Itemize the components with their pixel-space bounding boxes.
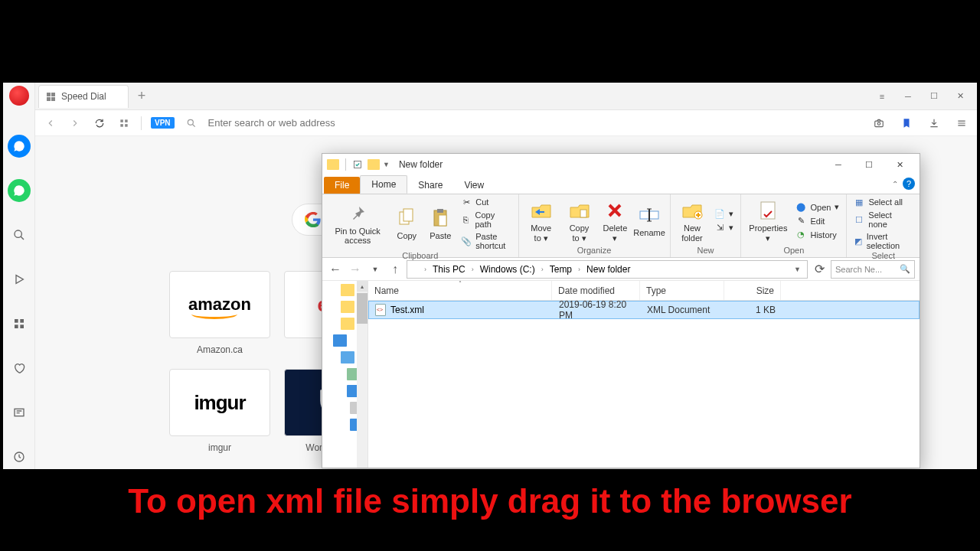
- pin-icon: [346, 202, 369, 225]
- qat-properties-icon[interactable]: [352, 159, 363, 170]
- rename-button[interactable]: Rename: [634, 202, 665, 239]
- invert-icon: ◩: [854, 236, 862, 246]
- tab-home[interactable]: Home: [360, 175, 407, 194]
- breadcrumb-segment[interactable]: This PC: [430, 264, 469, 275]
- easy-access-button[interactable]: ⇲▾: [712, 222, 736, 234]
- svg-rect-16: [403, 209, 413, 221]
- file-row[interactable]: Test.xml 2019-06-19 8:20 PM XML Document…: [368, 301, 920, 319]
- minimize-button[interactable]: ─: [823, 154, 854, 175]
- navigation-pane[interactable]: ▴: [322, 281, 368, 468]
- history-button[interactable]: ◔History: [793, 229, 841, 241]
- opera-logo-icon[interactable]: [9, 86, 29, 106]
- breadcrumb-segment[interactable]: Windows (C:): [477, 264, 538, 275]
- delete-button[interactable]: Delete ▾: [599, 197, 630, 243]
- tab-speed-dial[interactable]: Speed Dial: [38, 85, 129, 108]
- tab-label: Speed Dial: [61, 91, 106, 102]
- opera-menu-icon[interactable]: ≡: [871, 89, 893, 104]
- refresh-button[interactable]: ⟳: [811, 261, 828, 278]
- qat-dropdown-icon[interactable]: ▼: [383, 161, 390, 168]
- collapse-ribbon-icon[interactable]: ⌃: [892, 180, 898, 188]
- search-icon[interactable]: [8, 223, 31, 246]
- nav-item[interactable]: [347, 368, 358, 380]
- svg-rect-20: [580, 210, 586, 217]
- cut-button[interactable]: ✂Cut: [459, 196, 513, 208]
- new-item-button[interactable]: 📄▾: [712, 208, 736, 220]
- scroll-up-icon[interactable]: ▴: [357, 281, 368, 292]
- tile-amazon[interactable]: amazon Amazon.ca: [169, 271, 270, 355]
- tile-imgur[interactable]: imgur imgur: [169, 369, 270, 453]
- move-to-button[interactable]: Move to ▾: [524, 197, 559, 243]
- nav-scrollbar[interactable]: ▴: [357, 281, 368, 468]
- news-icon[interactable]: [8, 401, 31, 424]
- close-button[interactable]: ✕: [884, 154, 915, 175]
- group-label: New: [675, 246, 737, 256]
- new-tab-button[interactable]: +: [138, 88, 146, 104]
- copy-path-button[interactable]: ⎘Copy path: [459, 210, 513, 230]
- minimize-button[interactable]: ─: [897, 89, 919, 104]
- back-button[interactable]: [43, 116, 58, 131]
- nav-forward-button[interactable]: →: [347, 261, 364, 278]
- heart-icon[interactable]: [8, 357, 31, 380]
- nav-back-button[interactable]: ←: [327, 261, 344, 278]
- tiles-icon[interactable]: [116, 116, 132, 131]
- column-type[interactable]: Type: [640, 281, 724, 300]
- paste-button[interactable]: Paste: [425, 205, 456, 242]
- tab-share[interactable]: Share: [407, 177, 453, 194]
- reload-button[interactable]: [92, 116, 107, 131]
- properties-button[interactable]: Properties ▾: [746, 197, 790, 243]
- addressbar-search-icon: [184, 116, 199, 131]
- svg-rect-18: [437, 209, 443, 213]
- bookmark-icon[interactable]: [899, 116, 914, 131]
- explorer-titlebar[interactable]: ▼ New folder ─ ☐ ✕: [322, 154, 920, 175]
- tab-file[interactable]: File: [324, 177, 360, 194]
- open-button[interactable]: ⬤Open ▾: [793, 201, 841, 214]
- copy-button[interactable]: Copy: [391, 205, 422, 242]
- nav-item[interactable]: [347, 385, 358, 397]
- whatsapp-icon[interactable]: [8, 179, 31, 202]
- column-size[interactable]: Size: [724, 281, 781, 300]
- history-icon[interactable]: [8, 445, 31, 468]
- pin-to-quick-access-button[interactable]: Pin to Quick access: [327, 201, 388, 246]
- maximize-button[interactable]: ☐: [854, 154, 884, 175]
- play-icon[interactable]: [8, 268, 31, 291]
- invert-selection-button[interactable]: ◩Invert selection: [851, 231, 915, 251]
- nav-up-button[interactable]: ↑: [387, 261, 403, 278]
- scroll-thumb[interactable]: [357, 293, 368, 324]
- copy-to-button[interactable]: Copy to ▾: [562, 197, 596, 243]
- opera-sidebar: [3, 83, 35, 469]
- nav-drive-item[interactable]: [341, 351, 354, 364]
- breadcrumb-bar[interactable]: › This PC› Windows (C:)› Temp› New folde…: [407, 260, 808, 279]
- select-none-button[interactable]: ☐Select none: [851, 210, 915, 230]
- nav-folder-item[interactable]: [341, 301, 354, 313]
- paste-shortcut-button[interactable]: 📎Paste shortcut: [459, 231, 513, 251]
- help-icon[interactable]: ?: [903, 178, 915, 190]
- column-name[interactable]: Name˄: [368, 281, 552, 300]
- select-all-button[interactable]: ▦Select all: [851, 196, 915, 208]
- breadcrumb-segment[interactable]: New folder: [583, 264, 633, 275]
- nav-recent-dropdown[interactable]: ▼: [367, 261, 384, 278]
- breadcrumb-segment[interactable]: Temp: [547, 264, 575, 275]
- search-box[interactable]: Search Ne... 🔍: [831, 260, 915, 279]
- easy-setup-icon[interactable]: [954, 116, 969, 131]
- new-folder-button[interactable]: New folder: [675, 197, 710, 243]
- messenger-icon[interactable]: [8, 135, 31, 158]
- snapshot-icon[interactable]: [871, 116, 887, 131]
- downloads-icon[interactable]: [926, 116, 942, 131]
- edit-button[interactable]: ✎Edit: [793, 215, 841, 227]
- close-button[interactable]: ✕: [949, 89, 971, 104]
- column-date[interactable]: Date modified: [552, 281, 640, 300]
- rename-icon: [638, 204, 661, 227]
- vpn-badge[interactable]: VPN: [151, 117, 175, 129]
- address-input[interactable]: [208, 117, 862, 129]
- instruction-caption: To open xml file simply drag it to the b…: [0, 482, 980, 520]
- apps-icon[interactable]: [8, 312, 31, 335]
- tab-view[interactable]: View: [453, 177, 495, 194]
- forward-button[interactable]: [67, 116, 83, 131]
- file-type: XML Document: [641, 305, 725, 315]
- maximize-button[interactable]: ☐: [923, 89, 945, 104]
- nav-folder-item[interactable]: [341, 318, 354, 330]
- address-bar: VPN: [35, 110, 977, 136]
- qat-newfolder-icon[interactable]: [368, 159, 380, 170]
- nav-thispc-item[interactable]: [333, 334, 347, 347]
- nav-folder-item[interactable]: [341, 284, 354, 296]
